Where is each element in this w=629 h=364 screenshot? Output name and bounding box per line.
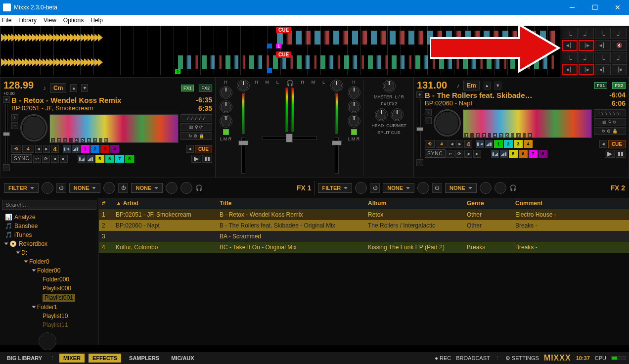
loop-exit[interactable]: ↩ — [447, 150, 454, 158]
deck-b-key[interactable]: Em — [463, 81, 480, 91]
deck-b-pitch[interactable]: + − — [417, 91, 423, 166]
hotcue-5[interactable]: 5 — [509, 150, 518, 158]
outro-end[interactable]: ◢▮ — [87, 155, 94, 163]
hotcue-4[interactable]: 4 — [524, 140, 533, 148]
star-rating[interactable]: ☆☆☆☆☆ — [594, 109, 626, 117]
library-tree[interactable]: 📊 Analyze 🎵 Banshee 🎵 iTunes 📀 Rekordbox… — [0, 212, 98, 330]
seek-back[interactable]: ◄ — [599, 140, 607, 148]
intro-end[interactable]: ◢▮ — [72, 145, 80, 153]
hotcue-2[interactable]: 2 — [504, 140, 513, 148]
head-gain[interactable] — [375, 108, 388, 121]
loop-in-button[interactable]: ⟲ — [425, 140, 435, 148]
reloop[interactable]: ⟳ — [42, 155, 50, 163]
beatjump-btn[interactable]: ⏌ — [612, 28, 628, 39]
tree-rekordbox[interactable]: 📀 Rekordbox — [3, 239, 95, 248]
key-down[interactable]: ▼ — [494, 82, 501, 90]
headphone-icon[interactable]: 🎧 — [195, 184, 203, 191]
tree-playlist11[interactable]: Playlist11 — [3, 320, 95, 329]
menu-library[interactable]: Library — [18, 17, 37, 24]
deck-a-sync-button[interactable]: SYNC — [11, 154, 32, 163]
outro-start[interactable]: ▮◢ — [491, 150, 499, 158]
menu-options[interactable]: Options — [63, 17, 84, 24]
pitch-up[interactable]: + — [3, 96, 10, 103]
eq-mid-1[interactable] — [220, 100, 232, 113]
tree-playlist001[interactable]: Playlist001 — [3, 293, 95, 303]
volume-2[interactable] — [335, 137, 339, 174]
deck-b-waveform[interactable]: 1 23 456 7 8 — [463, 109, 592, 138]
hotcue-7[interactable]: 7 — [529, 150, 538, 158]
fx2-effect-1[interactable]: NONE — [383, 183, 414, 193]
loop-in-button[interactable]: ⟲ — [11, 145, 21, 153]
hotcue-6[interactable]: 6 — [105, 155, 114, 163]
beatjump-btn[interactable]: ◄▏ — [595, 40, 611, 51]
quantize-icon[interactable]: ▥ ⚲ ⟳ — [594, 118, 626, 126]
fx2-effect-2[interactable]: NONE — [445, 183, 477, 193]
broadcast-button[interactable]: BROADCAST — [456, 355, 490, 361]
tree-analyze[interactable]: 📊 Analyze — [3, 213, 95, 222]
deck-a-waveform[interactable]: 123 4567 8 — [49, 114, 179, 143]
loop-half[interactable]: ◄ — [449, 140, 455, 148]
deck-b-sync-button[interactable]: SYNC — [425, 149, 446, 158]
fx2-enable[interactable]: ⏻ — [370, 183, 380, 193]
loop-double[interactable]: ► — [456, 140, 463, 148]
tree-playlist000[interactable]: Playlist000 — [3, 284, 95, 293]
table-row[interactable]: 3BA - Scrammed — [99, 231, 629, 242]
reloop[interactable]: ⟳ — [455, 150, 463, 158]
fx2-quick-effect[interactable]: FILTER — [318, 183, 353, 193]
tree-folder0[interactable]: Folder0 — [3, 257, 95, 266]
loop-prev[interactable]: ◄ — [464, 150, 472, 158]
search-input[interactable] — [2, 200, 96, 210]
hotcue-marker-b1[interactable]: 1 — [175, 69, 180, 74]
rec-button[interactable]: ● REC — [435, 355, 451, 361]
beatjump-fwd-b[interactable]: ▕► — [579, 64, 594, 76]
big-library-toggle[interactable]: BIG LIBRARY — [3, 354, 46, 363]
preview-deck-jog[interactable] — [39, 332, 56, 350]
split-cue-button[interactable]: SPLIT CUE — [377, 130, 400, 135]
deck-b-fx2-assign[interactable]: FX2 — [612, 82, 626, 89]
overview-track-b[interactable]: CUE 1 — [0, 50, 629, 75]
zoom-out[interactable]: − — [11, 122, 18, 129]
intro-start[interactable]: ▮◄ — [476, 140, 484, 148]
master-fx1[interactable]: FX1 — [381, 101, 389, 106]
keylock-icon[interactable]: ↻ ⚙ 🔒 — [180, 132, 212, 140]
pitch-up[interactable]: + — [416, 91, 423, 98]
deck-b-jog[interactable] — [434, 109, 461, 136]
eq-low-1[interactable] — [220, 115, 232, 128]
loop-in-marker-a[interactable] — [267, 44, 272, 48]
fx2-enable-1[interactable]: ⏻ — [432, 183, 442, 193]
deck-a-pause-button[interactable]: ▮▮ — [202, 155, 212, 163]
mixer-toggle[interactable]: MIXER — [59, 354, 85, 363]
tree-itunes[interactable]: 🎵 iTunes — [3, 230, 95, 239]
tree-playlist10[interactable]: Playlist10 — [3, 312, 95, 320]
tree-folder1[interactable]: Folder1 — [3, 303, 95, 312]
table-header[interactable]: # ▲ Artist Title Album Genre Comment — [99, 198, 629, 209]
tree-folder000[interactable]: Folder000 — [3, 275, 95, 284]
key-up[interactable]: ▲ — [70, 84, 77, 92]
key-up[interactable]: ▲ — [484, 82, 491, 90]
hotcue-marker-a1[interactable]: 1 — [276, 44, 281, 48]
beatjump-btn[interactable]: ⏌ — [579, 28, 594, 39]
deck-a-fx2-assign[interactable]: FX2 — [199, 85, 212, 91]
beatjump-btn[interactable]: ◄▏ — [595, 64, 611, 76]
hotcue-5[interactable]: 5 — [95, 155, 104, 163]
deck-a-jog[interactable] — [20, 114, 47, 141]
star-rating[interactable]: ☆☆☆☆☆ — [180, 114, 212, 122]
loop-prev[interactable]: ◄ — [51, 155, 59, 163]
quantize-icon[interactable]: ▥ ⚲ ⟳ — [180, 123, 212, 131]
fx1-effect-2[interactable]: NONE — [131, 183, 163, 193]
fx1-meta-2[interactable] — [166, 182, 178, 194]
key-down[interactable]: ▼ — [81, 84, 88, 92]
window-minimize-button[interactable]: ─ — [561, 0, 584, 15]
master-gain[interactable] — [383, 80, 396, 92]
fx1-enable[interactable]: ⏻ — [56, 183, 66, 193]
zoom-in[interactable]: + — [11, 114, 18, 121]
hotcue-6[interactable]: 6 — [519, 150, 528, 158]
window-close-button[interactable]: ✕ — [606, 0, 629, 15]
beatjump-size[interactable]: 4 — [464, 140, 472, 148]
intro-end[interactable]: ◢▮ — [485, 140, 493, 148]
effects-toggle[interactable]: EFFECTS — [89, 354, 121, 363]
seek-back[interactable]: ◄ — [186, 145, 194, 153]
deck-a-play-button[interactable]: ▶ — [191, 155, 201, 163]
keylock-icon[interactable]: ↻ ⚙ 🔒 — [594, 127, 626, 135]
beatjump-back-b[interactable]: ◄▏ — [562, 64, 578, 76]
